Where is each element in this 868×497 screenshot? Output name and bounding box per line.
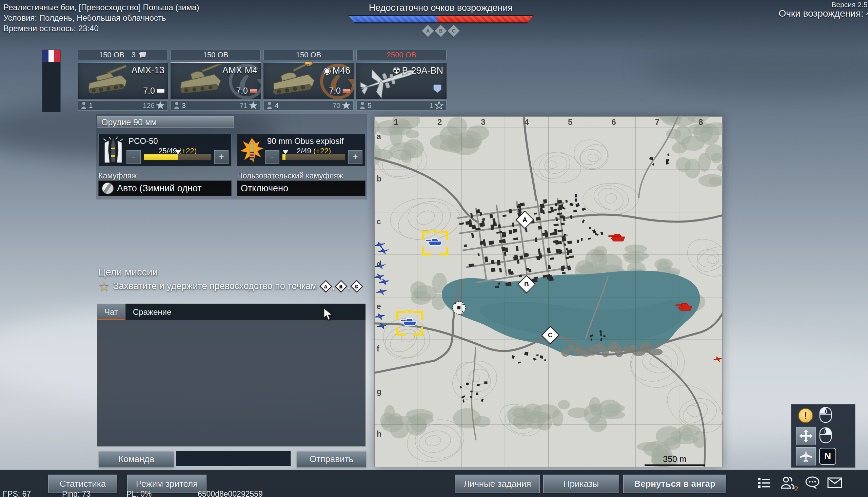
custom-camo-label: Пользовательский камуфляж <box>237 171 343 181</box>
map-column-3: 3 <box>476 117 490 127</box>
ammo-decrease-button[interactable]: - <box>265 150 279 164</box>
tab-chat[interactable]: Чат <box>97 304 126 320</box>
br-mode-icon <box>343 89 350 93</box>
crew-count: 4 <box>275 101 279 110</box>
crew-count: 3 <box>182 101 186 110</box>
chat-send-button[interactable]: Отправить <box>297 451 366 468</box>
vehicle-cost-header: 150 ОВ <box>263 50 354 60</box>
respawn-warning-text: Недостаточно очков возрождения <box>346 3 536 13</box>
personal-tasks-button[interactable]: Личные задания <box>455 474 540 493</box>
mission-objectives-title: Цели миссии <box>98 267 158 278</box>
session-id: 6500d8e00292559 <box>198 489 263 497</box>
custom-camo-dropdown[interactable]: Отключено <box>237 181 366 196</box>
vehicle-card-b29[interactable]: 2500 ОВ <box>356 50 446 111</box>
friendly-tank-marker[interactable] <box>425 237 445 249</box>
capture-point-indicators: ABC <box>346 27 536 35</box>
crew-icon <box>81 102 87 109</box>
enemy-tank-marker <box>608 233 628 245</box>
apds-shell-icon <box>100 136 127 165</box>
map-pan-button[interactable] <box>796 427 816 445</box>
objective-text: Захватите и удержите превосходство по то… <box>113 281 317 292</box>
performance-readout: FPS: 67 Ping: 73 PL: 0% 6500d8e00292559 <box>3 489 263 497</box>
mission-objective: ☆ Захватите и удержите превосходство по … <box>98 281 362 292</box>
he-shell-icon <box>239 136 265 165</box>
spawn-star-icon <box>342 101 351 110</box>
return-to-hangar-button[interactable]: Вернуться в ангар <box>623 474 726 493</box>
vehicle-cost: 2500 ОВ <box>387 51 416 59</box>
spawn-star-icon <box>249 101 258 110</box>
friendly-air-marker <box>374 313 385 322</box>
ammo-slider: - + <box>127 150 229 164</box>
map-column-1: 1 <box>389 117 403 127</box>
ping-readout: Ping: 73 <box>62 489 127 497</box>
map-row-f: f <box>377 344 379 354</box>
vehicle-name: AMX-13 <box>131 65 164 76</box>
camo-dropdown[interactable]: Авто (Зимний однот <box>98 181 232 196</box>
ammo-increase-button[interactable]: + <box>348 150 363 164</box>
ammo-decrease-button[interactable]: - <box>127 150 141 164</box>
mail-icon[interactable] <box>827 475 842 491</box>
ammo-slider-track[interactable] <box>144 154 211 160</box>
chat-bubble-icon[interactable] <box>804 475 820 491</box>
air-view-button[interactable] <box>796 447 816 466</box>
orders-button[interactable]: Приказы <box>543 474 619 493</box>
ammo-slider-thumb[interactable] <box>282 150 289 154</box>
vehicle-name: ☢B-29A-BN <box>392 65 443 76</box>
ammo-slider-thumb[interactable] <box>175 150 181 154</box>
mouse-left-icon <box>819 407 837 424</box>
friendly-tank-marker[interactable] <box>400 317 420 329</box>
ammo-slot-pco50[interactable]: PCO-50 25/49 (+22) - + <box>98 134 232 166</box>
ammo-slider-track[interactable] <box>282 154 345 160</box>
players-online-icon[interactable]: 2 <box>780 475 795 491</box>
battle-log-list-icon[interactable] <box>757 475 773 491</box>
map-column-8: 8 <box>694 117 708 127</box>
vehicle-card-footer: 4 70 <box>263 100 354 111</box>
custom-camo-value: Отключено <box>241 183 288 194</box>
tab-battle-log[interactable]: Сражение <box>126 304 179 320</box>
capture-point-badge-c: C <box>350 280 363 293</box>
packet-loss-readout: PL: 0% <box>127 489 198 497</box>
objective-points: A,B,C <box>320 281 362 292</box>
camo-label: Камуфляж <box>98 171 137 181</box>
ammo-increase-button[interactable]: + <box>214 150 229 164</box>
vehicle-cost-header: 150 ОВ <box>171 50 261 60</box>
vehicle-name: ◉M46 <box>323 65 350 76</box>
ammo-name: PCO-50 <box>129 137 229 146</box>
map-terrain <box>374 116 723 467</box>
background-treeline <box>644 41 868 95</box>
ammo-slider: - + <box>265 150 363 164</box>
map-row-b: b <box>377 174 381 184</box>
map-column-4: 4 <box>520 117 533 127</box>
compass-north-button[interactable]: N <box>819 448 836 465</box>
vehicle-cost-header: 150 ОВ 3 <box>78 50 168 60</box>
vehicle-card-footer: 5 1 <box>356 100 446 111</box>
vehicle-cost: 150 ОВ <box>99 51 124 59</box>
minimap[interactable]: 12345678 abcdefgh ABC 350 m <box>374 116 723 467</box>
spawn-count: 70 <box>333 101 351 110</box>
vehicle-card-m46[interactable]: 150 ОВ <box>263 50 354 111</box>
backup-vehicle-icon <box>139 52 146 58</box>
vehicle-card-amxm4[interactable]: 150 ОВ AMX <box>171 50 261 111</box>
map-row-h: h <box>377 429 381 439</box>
spawn-star-outline-icon <box>435 101 443 110</box>
match-conditions-line: Условия: Полдень, Небольшая облачность <box>3 13 200 23</box>
vehicle-card-amx13[interactable]: 150 ОВ 3 AMX- <box>78 50 168 111</box>
vehicle-card-body: ☢B-29A-BN <box>356 62 446 99</box>
move-icon <box>799 429 813 443</box>
chat-tab-bar: Чат Сражение <box>97 304 366 320</box>
header-divider <box>128 52 128 58</box>
friendly-air-marker <box>375 262 386 271</box>
ammo-slot-he[interactable]: 90 mm Obus explosif 2/49 (+22) - + <box>237 134 366 166</box>
chat-channel-button[interactable]: Команда <box>99 451 174 468</box>
team-bar-stripes <box>348 16 533 23</box>
br-mode-icon <box>250 89 258 93</box>
warning-icon[interactable]: ! <box>798 408 813 423</box>
mouse-right-icon <box>819 427 837 445</box>
tank-thumbnail <box>78 63 135 99</box>
chat-input[interactable] <box>176 451 291 466</box>
backup-count: 3 <box>132 51 136 59</box>
chat-message-area[interactable] <box>97 320 366 446</box>
vehicle-cost: 150 ОВ <box>203 51 229 59</box>
crew-icon <box>359 102 366 109</box>
plane-icon <box>799 450 813 463</box>
